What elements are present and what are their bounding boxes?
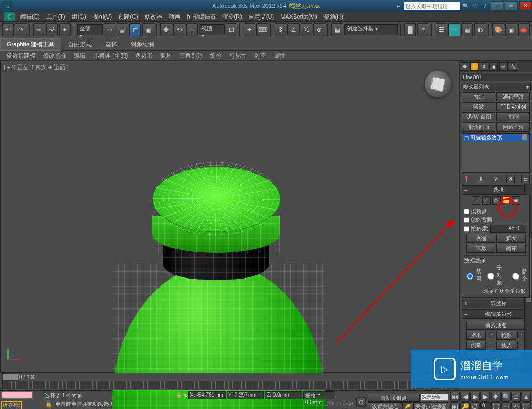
setkey-button[interactable]: 设置关键点 [368,402,403,409]
rsub-props[interactable]: 属性 [270,51,288,61]
remove-icon[interactable]: ✖ [506,175,515,183]
ep-bevel-settings-icon[interactable]: ▫ [487,341,495,349]
undo-button[interactable]: ↶ [2,23,14,36]
ep-extrude-button[interactable]: 挤出 [466,331,486,340]
info-icon[interactable]: ▸ [394,2,403,10]
close-button[interactable]: ✕ [519,1,532,11]
bind-button[interactable]: ✦ [59,23,71,36]
rsub-poly[interactable]: 多边形 [132,51,156,61]
nav-zoomext-icon[interactable]: ⛶ [491,402,501,409]
ref-coord-combo[interactable]: 视图 ▾ [199,24,225,35]
show-end-icon[interactable]: Ⅱ [477,175,485,183]
menu-render[interactable]: 渲染(R) [219,12,245,22]
rsub-align[interactable]: 对齐 [251,51,269,61]
spinner-snap-button[interactable]: ⊕ [313,23,325,36]
modifier-stack[interactable]: ◻ 可编辑多边形 [462,133,530,173]
subobj-border-icon[interactable]: ◇ [492,196,501,204]
stack-editable-poly[interactable]: ◻ 可编辑多边形 [462,134,529,142]
nav-pan-icon[interactable]: ✥ [491,392,501,402]
ribbon-tab-paint[interactable]: 对象绘制 [124,38,161,51]
tab-motion-icon[interactable]: ◉ [489,62,498,71]
loop-button[interactable]: 循环 [496,244,526,253]
editnamed-button[interactable]: ▦ [331,23,343,36]
configure-icon[interactable]: ☰ [521,175,530,183]
rsub-tri[interactable]: 三角剖分 [176,51,206,61]
keyboard-button[interactable]: ⌨ [256,23,268,36]
curve-editor-button[interactable]: 〰 [448,23,460,36]
material-editor-button[interactable]: ◐ [474,23,486,36]
tab-hierarchy-icon[interactable]: ⬍ [480,62,488,71]
help-icon[interactable]: ? [480,2,489,10]
manip-button[interactable]: ✦ [244,23,255,36]
angle-spinner[interactable]: 45.0 [490,225,526,233]
percent-snap-button[interactable]: % [301,23,312,36]
named-selection-combo[interactable]: 创建选择集 ▾ [344,24,398,35]
select-region-button[interactable]: ◻ [129,23,141,36]
rollup-selection-header[interactable]: −选择 [462,185,530,195]
menu-group[interactable]: 组(G) [69,12,89,22]
nav-fov-icon[interactable]: ▲ [521,392,531,402]
timeline-track[interactable] [2,381,458,389]
coord-y-input[interactable]: Y: 7.297mm [227,391,264,399]
viewcube[interactable] [425,71,451,97]
menu-create[interactable]: 创建(C) [115,12,141,22]
viewport-label[interactable]: [ + ][ 正交 ][ 真实 + 边面 ] [4,63,69,71]
menu-modifiers[interactable]: 修改器 [142,12,165,22]
time-config-icon[interactable]: ⏱ [470,402,480,409]
preview-off-radio[interactable] [467,273,473,280]
rsub-edit[interactable]: 编辑 [71,51,89,61]
scale-button[interactable]: ▱ [186,23,198,36]
nav-region-icon[interactable]: ▭ [501,402,511,409]
isolate-icon[interactable]: ⊘ [356,397,366,407]
menu-maxscript[interactable]: MAXScript(M) [277,12,320,21]
time-slider[interactable] [2,373,18,381]
minimize-button[interactable]: — [491,1,503,11]
render-setup-button[interactable]: 🎨 [492,23,504,36]
nav-orbit-icon[interactable]: ⟲ [511,402,521,409]
menu-customize[interactable]: 自定义(U) [245,12,277,22]
lock-icon[interactable]: 🔒 [176,392,182,398]
menu-animation[interactable]: 动画 [165,12,184,22]
link-button[interactable]: ⫘ [33,23,45,36]
nav-maximize-icon[interactable]: ⛶ [521,402,531,409]
angle-snap-button[interactable]: ∠ [287,23,299,36]
modifier-list-combo[interactable]: 修改器列表▾ [461,83,531,91]
menu-edit[interactable]: 编辑(E) [17,12,43,22]
abs-rel-icon[interactable]: ⊕ [183,392,187,398]
key-icon[interactable]: 🔑 [404,402,412,410]
rendered-frame-button[interactable]: ▣ [505,23,517,36]
mod-uvw[interactable]: UVW 贴图 [462,112,495,121]
select-button[interactable]: ▭ [104,23,115,36]
mirror-button[interactable]: ▐▌ [404,23,416,36]
shrink-button[interactable]: 收缩 [466,234,495,243]
mod-turbosmooth[interactable]: 涡轮平滑 [496,92,530,101]
keyfilter-button[interactable]: 关键点过滤器... [413,402,448,409]
grow-button[interactable]: 扩大 [496,234,526,243]
tab-modify-icon[interactable]: ✎ [470,62,479,71]
rollup-softselect-header[interactable]: +软选择 [462,299,530,308]
star-icon[interactable]: ☆ [471,2,479,10]
ribbon-tab-graphite[interactable]: Graphite 建模工具 [0,38,61,51]
subobj-edge-icon[interactable]: ／ [482,196,491,204]
script-mini-listener[interactable] [1,391,33,399]
rsub-loop[interactable]: 循环 [157,51,175,61]
preview-multi-radio[interactable] [512,273,519,280]
align-button[interactable]: ≡ [417,23,429,36]
pin-icon[interactable]: 📍 [462,175,470,183]
rollup-editpoly-header[interactable]: −编辑多边形 [462,309,530,319]
rsub-geom[interactable]: 几何体 (全部) [90,51,131,61]
rotate-button[interactable]: ⟲ [173,23,185,36]
layers-button[interactable]: ☰ [436,23,447,36]
mod-ffd[interactable]: FFD 4x4x4 [496,102,530,111]
mod-meshsmooth[interactable]: 网格平滑 [496,122,530,132]
rsub-polymodel[interactable]: 多边形建模 [3,51,39,61]
window-crossing-button[interactable]: ▣ [142,23,154,36]
viewport[interactable]: [ + ][ 正交 ][ 真实 + 边面 ] [0,61,459,373]
scene-object-bottle[interactable] [107,136,330,409]
schematic-button[interactable]: ▦ [461,23,473,36]
render-button[interactable]: 🫖 [518,23,530,36]
rsub-vis[interactable]: 可见性 [226,51,250,61]
help-search-input[interactable] [404,2,460,10]
ring-button[interactable]: 环形 [466,244,495,253]
ep-bevel-button[interactable]: 倒角 [466,341,486,350]
